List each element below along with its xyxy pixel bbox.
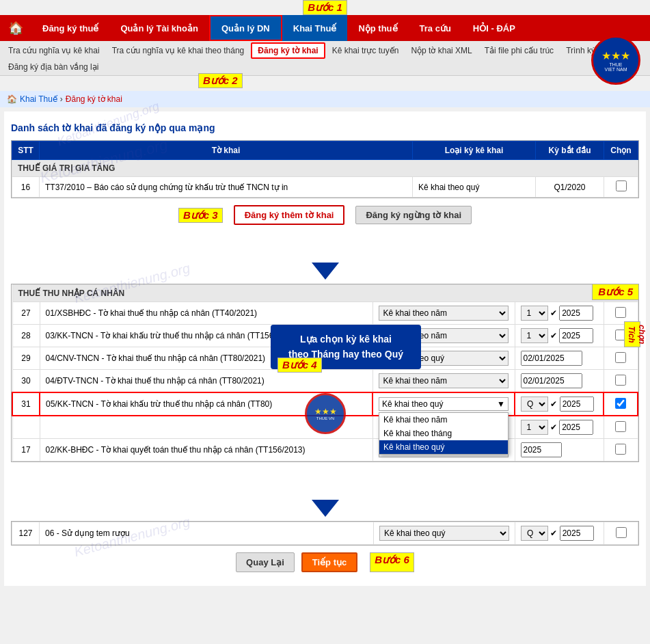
r31-dropdown-container[interactable]: Kê khai theo quý ▼ Kê khai theo năm Kê k… — [379, 397, 509, 411]
empty-period[interactable]: 1 ✔ — [515, 416, 604, 439]
th-loai-ky: Loại kỳ kê khai — [413, 142, 536, 160]
r31-dropdown-list[interactable]: Kê khai theo năm Kê khai theo tháng Kê k… — [379, 412, 509, 455]
r127-year-input[interactable] — [560, 526, 594, 541]
r17-period-cell[interactable] — [515, 439, 604, 461]
quay-lai-button[interactable]: Quay Lại — [236, 552, 295, 572]
r30-checkbox[interactable] — [615, 375, 626, 386]
subnav-ke-khai-truc-tuyen[interactable]: Kê khai trực tuyến — [327, 44, 405, 57]
logo-stars: ★★★ — [601, 49, 630, 62]
svg-marker-0 — [312, 232, 339, 280]
subnav-dang-ky-dia-ban[interactable]: Đăng ký địa bàn vắng lại — [3, 60, 104, 74]
r31-year-input[interactable] — [560, 397, 594, 412]
r127-dropdown-cell[interactable]: Kê khai theo quý Kê khai theo tháng Kê k… — [374, 522, 515, 545]
group-header-tncn: THUẾ THU NHẬP CÁ NHÂN — [12, 285, 638, 302]
table1-row1: 16 TT37/2010 – Báo cáo sử dụng chứng từ … — [12, 177, 638, 198]
th-stt: STT — [12, 142, 40, 160]
r28-year-input[interactable] — [559, 328, 593, 343]
r31-period-cell[interactable]: Q1Q2Q3Q4 ✔ — [515, 392, 604, 416]
r30-chon-cell[interactable] — [604, 370, 638, 393]
row1-chon[interactable] — [604, 177, 638, 198]
empty-checkbox[interactable] — [615, 421, 626, 432]
row1-checkbox[interactable] — [616, 180, 627, 191]
table2-row-17: 17 02/KK-BHĐC - Tờ khai quyết toán thuế … — [12, 439, 638, 461]
r31-option-thang[interactable]: Kê khai theo tháng — [379, 427, 508, 440]
buoc2-label: Bước 2 — [198, 73, 243, 88]
breadcrumb-parent[interactable]: Khai Thuế — [20, 94, 57, 104]
tich-chon-label: Tíchchọn — [624, 321, 640, 347]
nav-nop-thue[interactable]: Nộp thuế — [347, 15, 408, 41]
r127-quarter-select[interactable]: Q1Q2Q3Q4 — [521, 526, 548, 541]
dang-ky-them-button[interactable]: Đăng ký thêm tờ khai — [234, 205, 345, 225]
r31-option-quy-selected[interactable]: Kê khai theo quý — [379, 440, 508, 454]
nav-dang-ky-thue[interactable]: Đăng ký thuế — [31, 15, 109, 41]
r27-dropdown-cell[interactable]: Kê khai theo năm Kê khai theo tháng Kê k… — [373, 302, 515, 325]
r28-period-cell[interactable]: 123456789101112 ✔ — [515, 325, 604, 347]
r17-chon-cell[interactable] — [604, 439, 638, 461]
r127-ky-select[interactable]: Kê khai theo quý Kê khai theo tháng Kê k… — [379, 526, 509, 541]
table3-row-127: 127 06 - Sử dụng tem rượu Kê khai theo q… — [12, 522, 638, 545]
subnav-tai-file[interactable]: Tải file phi cấu trúc — [479, 44, 559, 57]
r17-stt: 17 — [12, 439, 40, 461]
empty-month-select[interactable]: 1 — [521, 420, 548, 435]
subnav-nop-to-khai-xml[interactable]: Nộp tờ khai XML — [405, 44, 477, 57]
row1-stt: 16 — [12, 177, 40, 198]
group-label-tncn: THUẾ THU NHẬP CÁ NHÂN — [12, 285, 638, 302]
table2-row-30: 30 04/ĐTV-TNCN - Tờ khai thuế thu nhập c… — [12, 370, 638, 393]
r29-chon-cell[interactable] — [604, 347, 638, 370]
row1-ky-bat-dau: Q1/2020 — [536, 177, 604, 198]
r31-dropdown-cell[interactable]: Kê khai theo quý ▼ Kê khai theo năm Kê k… — [373, 392, 515, 416]
nav-quan-ly-dn[interactable]: Quản lý DN — [209, 15, 282, 41]
r27-year-input[interactable] — [559, 306, 593, 321]
table2-row-empty: 1 ✔ — [12, 416, 638, 439]
r31-checkbox[interactable] — [615, 398, 626, 409]
table2-row-31: 31 05/KK-TNCN - Tờ khai khấu trừ thuế th… — [12, 392, 638, 416]
arrow1 — [11, 232, 639, 280]
r31-option-nam[interactable]: Kê khai theo năm — [379, 413, 508, 427]
table2-row-27: 27 01/XSBHĐC - Tờ khai thuế thu nhập cá … — [12, 302, 638, 325]
r29-date-input[interactable] — [521, 351, 582, 366]
r30-period-cell[interactable] — [515, 370, 604, 393]
r31-quarter-select[interactable]: Q1Q2Q3Q4 — [521, 397, 548, 412]
r127-checkbox[interactable] — [616, 527, 627, 538]
table3-wrapper: 127 06 - Sử dụng tem rượu Kê khai theo q… — [11, 521, 639, 546]
subnav-tra-cuu-nghia-vu[interactable]: Tra cứu nghĩa vụ kê khai — [3, 44, 105, 57]
r17-year-input[interactable] — [521, 442, 562, 457]
top-nav: 🏠 Đăng ký thuế Quản lý Tài khoản Quản lý… — [0, 15, 650, 41]
empty-year-input[interactable] — [559, 420, 593, 435]
breadcrumb-current[interactable]: Đăng ký tờ khai — [66, 94, 122, 104]
r31-chon-cell[interactable] — [604, 392, 638, 416]
r27-ky-select[interactable]: Kê khai theo năm Kê khai theo tháng Kê k… — [379, 306, 509, 321]
r29-period-cell[interactable] — [515, 347, 604, 370]
page-content: Ketoanthienung.org Danh sách tờ khai đã … — [4, 111, 646, 586]
nav-quan-ly-tai-khoan[interactable]: Quản lý Tài khoản — [109, 15, 209, 41]
th-ky-bat-dau: Kỳ bắt đầu — [536, 142, 604, 160]
empty-chon[interactable] — [604, 416, 638, 439]
r28-month-select[interactable]: 123456789101112 — [521, 328, 548, 343]
th-chon: Chọn — [604, 142, 638, 160]
r27-period-cell[interactable]: 123456789101112 ✔ — [515, 302, 604, 325]
tiep-tuc-button[interactable]: Tiếp tục — [301, 552, 357, 572]
r27-checkbox[interactable] — [615, 307, 626, 318]
subnav-tra-cuu-theo-thang[interactable]: Tra cứu nghĩa vụ kê khai theo tháng — [107, 44, 250, 57]
r30-ky-select[interactable]: Kê khai theo năm Kê khai theo tháng Kê k… — [379, 373, 509, 388]
r31-dropdown-trigger[interactable]: Kê khai theo quý ▼ — [379, 397, 509, 411]
r29-checkbox[interactable] — [615, 352, 626, 363]
r30-dropdown-cell[interactable]: Kê khai theo năm Kê khai theo tháng Kê k… — [373, 370, 515, 393]
nav-tra-cuu[interactable]: Tra cứu — [409, 15, 462, 41]
r127-period-cell[interactable]: Q1Q2Q3Q4 ✔ — [515, 522, 604, 545]
dang-ky-ngung-button[interactable]: Đăng ký ngừng tờ khai — [355, 206, 472, 224]
r27-month-select[interactable]: 123456789101112 — [521, 306, 548, 321]
r31-stt: 31 — [12, 392, 40, 416]
subnav-dang-ky-to-khai[interactable]: Đăng ký tờ khai — [251, 42, 325, 59]
nav-khai-thue[interactable]: Khai Thuế — [282, 15, 348, 41]
r127-chon-cell[interactable] — [604, 522, 638, 545]
home-button[interactable]: 🏠 — [0, 15, 31, 41]
r17-checkbox[interactable] — [615, 444, 626, 455]
buoc3-label: Bước 3 — [178, 208, 223, 223]
bottom-buttons-area: Quay Lại Tiếp tục Bước 6 — [11, 552, 639, 572]
nav-hoi-dap[interactable]: HỎI - ĐÁP — [462, 15, 526, 41]
svg-marker-1 — [312, 469, 339, 517]
buoc5-label: Bước 5 — [592, 284, 639, 300]
buoc4-label: Bước 4 — [277, 358, 322, 373]
r30-date-input[interactable] — [521, 373, 582, 388]
